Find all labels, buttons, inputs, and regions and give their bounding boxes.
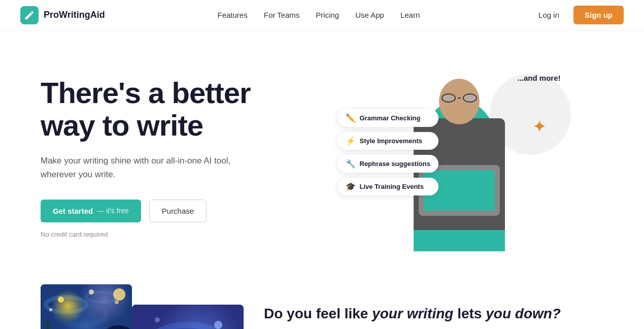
painting-card-1: My idea in my head xyxy=(41,284,132,329)
nav-item-teams[interactable]: For Teams xyxy=(264,11,300,20)
nav-link-pricing[interactable]: Pricing xyxy=(316,11,339,19)
svg-point-4 xyxy=(58,297,64,303)
navbar: ProWritingAid Features For Teams Pricing… xyxy=(0,0,644,30)
hero-illustration: ✏️ Grammar Checking ⚡ Style Improvements… xyxy=(304,61,603,254)
nav-item-pricing[interactable]: Pricing xyxy=(316,11,339,20)
svg-point-7 xyxy=(49,308,52,311)
lower-section: My idea in my head Do you feel like your… xyxy=(0,284,644,329)
nav-link-features[interactable]: Features xyxy=(218,11,248,19)
hero-content: There's a better way to write Make your … xyxy=(41,77,304,238)
nav-item-use-app[interactable]: Use App xyxy=(355,11,384,20)
and-more-text: ...and more! xyxy=(517,74,560,82)
no-credit-text: No credit card required xyxy=(41,231,304,238)
brand-logo-link[interactable]: ProWritingAid xyxy=(20,6,105,24)
feature-pill-training: 🎓 Live Training Events xyxy=(337,178,438,195)
feature-pill-grammar: ✏️ Grammar Checking xyxy=(337,109,438,127)
feature-pills: ✏️ Grammar Checking ⚡ Style Improvements… xyxy=(337,109,438,195)
nav-link-learn[interactable]: Learn xyxy=(400,11,420,19)
nav-item-features[interactable]: Features xyxy=(218,11,248,20)
hero-cta-group: Get started — it's free Purchase xyxy=(41,200,304,222)
free-tag: — it's free xyxy=(97,207,129,215)
feature-pill-style: ⚡ Style Improvements xyxy=(337,132,438,150)
svg-point-5 xyxy=(89,289,94,294)
main-nav: Features For Teams Pricing Use App Learn xyxy=(218,11,420,20)
graduation-icon: 🎓 xyxy=(346,182,356,191)
signup-button[interactable]: Sign up xyxy=(573,6,624,24)
svg-rect-10 xyxy=(132,305,244,329)
hero-section: There's a better way to write Make your … xyxy=(0,30,644,274)
painting-cards: My idea in my head xyxy=(41,284,223,329)
svg-point-13 xyxy=(214,321,222,329)
lower-text: Do you feel like your writing lets you d… xyxy=(264,284,603,329)
hero-subtitle: Make your writing shine with our all-in-… xyxy=(41,154,233,181)
svg-point-6 xyxy=(115,300,119,304)
nav-link-use-app[interactable]: Use App xyxy=(355,11,384,19)
svg-point-11 xyxy=(152,325,223,329)
nav-item-learn[interactable]: Learn xyxy=(400,11,420,20)
pencil-icon: ✏️ xyxy=(346,113,356,123)
purchase-button[interactable]: Purchase xyxy=(149,200,207,222)
lower-heading: Do you feel like your writing lets you d… xyxy=(264,305,603,323)
painting-card-2 xyxy=(132,305,244,329)
get-started-label: Get started xyxy=(53,207,93,215)
svg-rect-0 xyxy=(41,284,132,329)
lightning-icon: ⚡ xyxy=(346,136,356,146)
svg-point-2 xyxy=(86,292,117,302)
feature-pill-rephrase: 🔧 Rephrase suggestions xyxy=(337,155,438,173)
wrench-icon: 🔧 xyxy=(346,159,356,169)
svg-point-8 xyxy=(113,288,125,301)
login-button[interactable]: Log in xyxy=(532,7,565,23)
hero-title: There's a better way to write xyxy=(41,77,304,142)
plus-decoration: ✦ xyxy=(533,119,546,135)
svg-point-3 xyxy=(56,305,107,325)
get-started-button[interactable]: Get started — it's free xyxy=(41,200,141,222)
brand-logo-icon xyxy=(20,6,39,24)
brand-name-text: ProWritingAid xyxy=(44,10,105,20)
svg-point-14 xyxy=(155,317,160,322)
svg-point-1 xyxy=(46,297,86,312)
nav-link-teams[interactable]: For Teams xyxy=(264,11,300,19)
navbar-actions: Log in Sign up xyxy=(532,6,624,24)
